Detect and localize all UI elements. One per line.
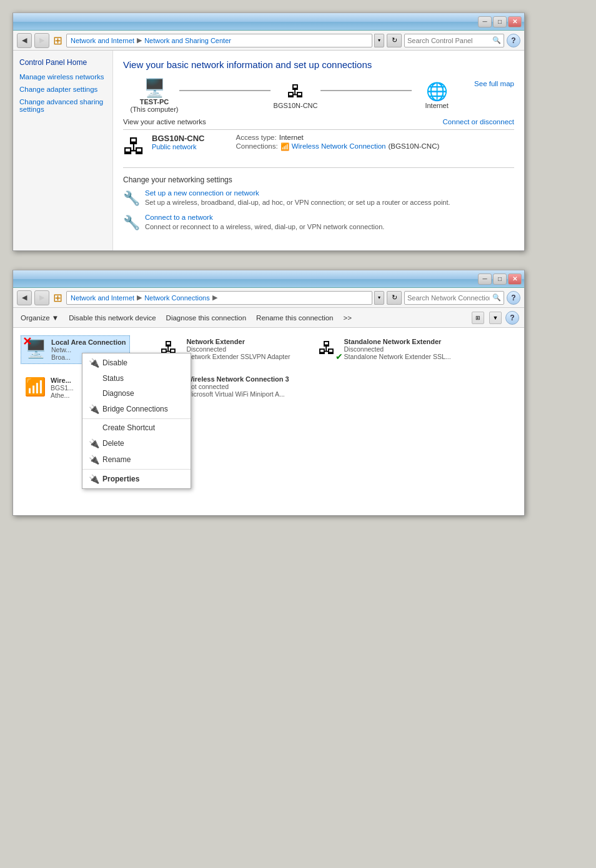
active-networks-header: View your active networks Connect or dis… [123, 118, 514, 126]
extender-name: Network Extender [186, 338, 290, 345]
title-bar-1: ─ □ ✕ [13, 13, 524, 31]
ctx-rename-label: Rename [102, 455, 131, 464]
toolbar-right-2: ⊞ ▼ ? [472, 311, 519, 325]
standalone-extender-item[interactable]: 🖧 ✔ Standalone Network Extender Disconne… [314, 335, 455, 363]
diagnose-connection-button[interactable]: Diagnose this connection [164, 313, 249, 323]
ctx-shortcut-label: Create Shortcut [102, 423, 155, 432]
refresh-button-1[interactable]: ↻ [387, 34, 402, 47]
organize-button[interactable]: Organize ▼ [18, 313, 61, 323]
settings-text-2: Connect to a network Connect or reconnec… [145, 214, 514, 232]
sidebar-link-advanced[interactable]: Change advanced sharing settings [19, 98, 106, 113]
back-button-1[interactable]: ◀ [17, 33, 32, 48]
wireless-adapter: Athe... [51, 392, 74, 399]
wireless3-name: Wireless Network Connection 3 [186, 375, 289, 383]
close-button-2[interactable]: ✕ [508, 274, 522, 285]
see-full-map-link[interactable]: See full map [474, 77, 514, 87]
toolbar-2: Organize ▼ Disable this network device D… [13, 308, 524, 328]
breadcrumb-nav1[interactable]: Network and Internet [71, 37, 134, 44]
computer-icon: 🖥️ [144, 77, 166, 98]
access-type-row: Access type: Internet [236, 134, 440, 141]
breadcrumb2-nav1[interactable]: Network and Internet [71, 294, 134, 302]
wireless-name-short: Wire... [51, 377, 74, 384]
forward-button-2[interactable]: ▶ [34, 290, 49, 305]
breadcrumb2-nav2[interactable]: Network Connections [144, 294, 210, 302]
search-input-1[interactable] [407, 37, 490, 44]
node-router: 🖧 BGS10N-CNC [271, 81, 320, 109]
sidebar-home-title: Control Panel Home [19, 58, 106, 67]
control-panel-icon: ⊞ [53, 34, 62, 47]
disabled-x-icon: ✕ [22, 336, 32, 347]
ctx-diagnose[interactable]: Diagnose [82, 386, 191, 401]
ctx-rename[interactable]: 🔌 Rename [82, 451, 191, 468]
connect-network-icon: 🔧 [123, 215, 140, 231]
connections-signal-icon: 📶 [281, 142, 289, 151]
minimize-button-1[interactable]: ─ [478, 16, 492, 27]
connections-link[interactable]: Wireless Network Connection [292, 142, 386, 151]
ctx-disable-label: Disable [102, 358, 127, 367]
refresh-button-2[interactable]: ↻ [387, 291, 402, 305]
breadcrumb2-sep1: ▶ [137, 293, 142, 302]
back-button-2[interactable]: ◀ [17, 290, 32, 305]
more-options-button[interactable]: >> [340, 313, 354, 323]
standalone-text: Standalone Network Extender Disconnected… [344, 338, 451, 360]
ctx-delete-label: Delete [102, 439, 124, 448]
connections-detail: (BGS10N-CNC) [388, 142, 439, 151]
bridge-icon: 🔌 [89, 404, 99, 414]
breadcrumb-dropdown-1[interactable]: ▾ [374, 34, 384, 47]
network-name-label: BGS10N-CNC [152, 134, 205, 143]
ctx-delete[interactable]: 🔌 Delete [82, 435, 191, 451]
standalone-extender-icon: 🖧 [318, 338, 335, 358]
network-connections-window: ─ □ ✕ ◀ ▶ ⊞ Network and Internet ▶ Netwo… [12, 270, 525, 516]
disable-device-button[interactable]: Disable this network device [66, 313, 158, 323]
forward-button-1[interactable]: ▶ [34, 33, 49, 48]
view-list-button[interactable]: ▼ [489, 312, 502, 324]
network-icon-large: 🖧 [123, 134, 146, 160]
wireless-connection-icon: 📶 [24, 377, 46, 397]
help-button-1[interactable]: ? [507, 34, 520, 47]
maximize-button-2[interactable]: □ [493, 274, 507, 285]
ctx-bridge[interactable]: 🔌 Bridge Connections [82, 401, 191, 417]
computer-label: TEST-PC(This computer) [130, 98, 178, 113]
breadcrumb-1: Network and Internet ▶ Network and Shari… [66, 34, 372, 47]
connect-disconnect-link[interactable]: Connect or disconnect [443, 118, 514, 126]
breadcrumb-nav2[interactable]: Network and Sharing Center [144, 37, 231, 44]
help-button-2[interactable]: ? [507, 291, 520, 305]
rename-connection-button[interactable]: Rename this connection [254, 313, 335, 323]
control-panel-icon-2: ⊞ [53, 291, 62, 305]
connections-label: Connections: [236, 142, 278, 151]
connections-row: Connections: 📶 Wireless Network Connecti… [236, 142, 440, 151]
ctx-status[interactable]: Status [82, 371, 191, 386]
wireless3-text: Wireless Network Connection 3 Not connec… [186, 375, 289, 398]
connect-network-link[interactable]: Connect to a network [145, 214, 514, 221]
wireless-icon-stack: 📶 [24, 377, 47, 399]
sidebar-1: Control Panel Home Manage wireless netwo… [13, 51, 113, 250]
ctx-bridge-label: Bridge Connections [102, 405, 168, 413]
breadcrumb-dropdown-2[interactable]: ▾ [374, 291, 384, 305]
wireless3-status: Not connected [186, 383, 289, 390]
maximize-button-1[interactable]: □ [493, 16, 507, 27]
standalone-name: Standalone Network Extender [344, 338, 451, 345]
ctx-properties[interactable]: 🔌 Properties [82, 471, 191, 487]
minimize-button-2[interactable]: ─ [478, 274, 492, 285]
search-input-2[interactable] [407, 294, 490, 302]
wireless-bgs-name: BGS1... [51, 384, 74, 392]
line-2 [320, 90, 412, 91]
sidebar-link-wireless[interactable]: Manage wireless networks [19, 73, 106, 81]
sidebar-link-adapter[interactable]: Change adapter settings [19, 86, 106, 93]
view-toggle-button[interactable]: ⊞ [472, 312, 484, 324]
access-type-value: Internet [279, 134, 304, 141]
network-type-link[interactable]: Public network [152, 143, 205, 150]
ctx-disable[interactable]: 🔌 Disable [82, 355, 191, 371]
change-settings-title: Change your networking settings [123, 175, 514, 184]
breadcrumb-2: Network and Internet ▶ Network Connectio… [66, 291, 372, 305]
network-diagram: 🖥️ TEST-PC(This computer) 🖧 BGS10N-CNC 🌐… [123, 77, 514, 113]
ctx-shortcut[interactable]: Create Shortcut [82, 420, 191, 435]
network-info-right: Access type: Internet Connections: 📶 Wir… [236, 134, 440, 152]
divider-2 [123, 167, 514, 168]
help-button-3[interactable]: ? [505, 311, 519, 325]
new-connection-link[interactable]: Set up a new connection or network [145, 189, 514, 197]
internet-icon: 🌐 [426, 81, 448, 102]
close-button-1[interactable]: ✕ [508, 16, 522, 27]
search-icon-1: 🔍 [492, 36, 501, 44]
rename-icon: 🔌 [89, 455, 99, 465]
